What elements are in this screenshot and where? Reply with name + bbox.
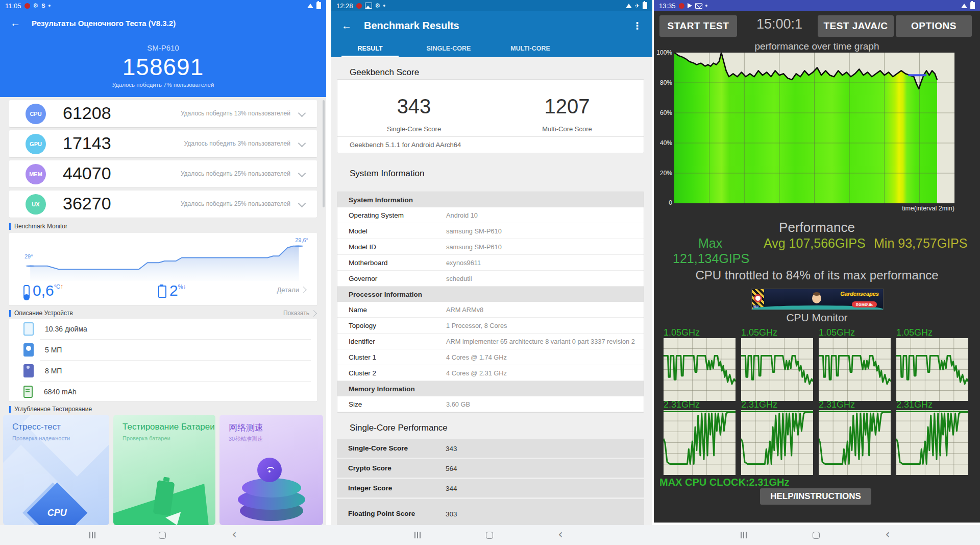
tab-result[interactable]: RESULT (341, 40, 399, 57)
score-row-ux[interactable]: UX 36270 Удалось победить 25% пользовате… (9, 191, 317, 218)
back-button[interactable]: ‹ (877, 525, 898, 545)
max-label: Max (698, 236, 722, 251)
score-row-gpu[interactable]: GPU 17143 Удалось победить 3% пользовате… (9, 130, 317, 157)
list-item[interactable]: 10.36 дюйма (9, 319, 317, 339)
back-button[interactable]: ‹ (224, 525, 244, 545)
send-icon (688, 3, 692, 8)
stress-test-card[interactable]: Стресс-тест Проверка надежности CPU (3, 415, 109, 525)
mail-icon (695, 3, 702, 9)
table-row: Topology1 Processor, 8 Cores (337, 318, 644, 334)
table-row: Crypto Score564 (337, 459, 644, 478)
wifi-icon (307, 4, 313, 8)
x-axis-label: time(interval 2min) (902, 205, 954, 212)
temp-start-label: 29° (24, 253, 33, 259)
performance-graph (674, 53, 954, 203)
arrow-down-icon: ↓ (183, 283, 186, 290)
list-item[interactable]: 8 МП (9, 361, 317, 381)
table-row: Model IDsamsung SM-P610 (337, 239, 644, 255)
chevron-right-icon (310, 310, 317, 317)
back-icon[interactable]: ← (341, 20, 352, 31)
total-score: 158691 (0, 53, 326, 81)
version-line: Geekbench 5.1.1 for Android AArch64 (350, 141, 461, 149)
table-row: IdentifierARM implementer 65 architectur… (337, 334, 644, 349)
app-bar: ← Benchmark Results ⋮ (331, 11, 652, 40)
chevron-down-icon[interactable] (298, 170, 306, 178)
ad-banner[interactable]: 0+ Gardenscapes помочь (751, 289, 884, 310)
clock: 13:35 (659, 2, 676, 10)
home-button[interactable] (806, 525, 826, 545)
device-model: SM-P610 (0, 43, 326, 52)
score-row-mem[interactable]: MEM 44070 Удалось победить 25% пользоват… (9, 160, 317, 187)
temperature-delta: 0,6 °C ↑ (23, 282, 63, 299)
tab-single-core[interactable]: SINGLE-CORE (413, 40, 484, 57)
help-instructions-button[interactable]: HELP/INSTRUCTIONS (760, 488, 871, 505)
recents-button[interactable] (407, 525, 428, 545)
lifebuoy-icon (754, 294, 762, 302)
gear-icon: ⚙ (33, 3, 39, 9)
table-row: NameARM ARMv8 (337, 302, 644, 318)
screenshot-icon (365, 3, 372, 9)
score-row-cpu[interactable]: CPU 61208 Удалось победить 13% пользоват… (9, 100, 317, 127)
home-button[interactable] (152, 525, 173, 545)
max-cpu-clock-text: MAX CPU CLOCK:2.31GHz (659, 477, 789, 488)
chevron-down-icon[interactable] (298, 200, 306, 208)
core-chart (819, 410, 891, 475)
throttle-result-text: CPU throttled to 84% of its max performa… (654, 268, 980, 282)
ux-score: 36270 (63, 194, 111, 214)
list-item[interactable]: 5 МП (9, 340, 317, 360)
network-speed-card[interactable]: 网络测速 30秒精准测速 (219, 415, 323, 525)
y-axis-label: 0 (654, 199, 672, 206)
core-freq-label: 2.31GHz (664, 399, 700, 410)
performance-heading: Performance (654, 220, 980, 235)
graph-title: performance over time graph (654, 41, 980, 52)
details-link[interactable]: Детали (277, 286, 306, 294)
recents-button[interactable] (733, 525, 754, 545)
notification-app-icon (356, 3, 362, 9)
card-title: 网络测速 (229, 422, 263, 434)
temp-end-label: 29,6° (295, 237, 308, 243)
options-button[interactable]: OPTIONS (896, 15, 972, 37)
core-freq-label: 2.31GHz (819, 399, 855, 410)
notification-app-icon (24, 3, 30, 9)
list-item[interactable]: 6840 mAh (9, 382, 317, 402)
chevron-down-icon[interactable] (298, 139, 306, 148)
tab-multi-core[interactable]: MULTI-CORE (498, 40, 563, 57)
gpu-badge: GPU (26, 134, 46, 154)
table-section-header: Processor Information (337, 287, 644, 302)
battery-outline-icon (158, 286, 166, 298)
cpu-score: 61208 (63, 103, 111, 123)
geekbench-score-heading: Geekbench Score (350, 67, 419, 78)
app-s-icon: S (41, 3, 45, 9)
back-icon[interactable]: ← (10, 18, 20, 28)
recents-button[interactable] (82, 525, 103, 545)
overflow-menu-icon[interactable]: ⋮ (632, 20, 642, 32)
section-benchmark-monitor: Benchmark Monitor (9, 223, 67, 230)
single-core-label: Single-Core Score (337, 125, 491, 133)
scrollbar[interactable] (323, 100, 325, 207)
page-title: Результаты Оценочного Теста (V8.3.2) (32, 19, 176, 28)
card-title: Стресс-тест (12, 422, 61, 432)
mem-beat-text: Удалось победить 25% пользователей (181, 170, 290, 177)
battery-test-card[interactable]: Тестирование Батареи Проверка батареи (113, 415, 215, 525)
table-section-header: System Information (337, 192, 644, 207)
core-chart (741, 410, 813, 475)
more-notifications-icon (705, 5, 707, 7)
table-row: Cluster 14 Cores @ 1.74 GHz (337, 349, 644, 365)
multi-core-label: Multi-Core Score (491, 125, 644, 133)
chevron-down-icon[interactable] (298, 109, 306, 117)
show-link[interactable]: Показать (283, 310, 316, 317)
ad-cta-button[interactable]: помочь (852, 301, 877, 307)
battery-delta: 2 % ↓ (158, 282, 186, 299)
table-row: Size3.60 GB (337, 396, 644, 412)
battery-icon (643, 2, 647, 9)
y-axis-label: 20% (654, 170, 672, 177)
throttling-test-panel: 13:35 START TEST 15:00:1 TEST JAVA/C OPT… (654, 0, 980, 523)
score-card: 343 Single-Core Score 1207 Multi-Core Sc… (337, 79, 644, 153)
back-button[interactable]: ‹ (550, 525, 571, 545)
start-test-button[interactable]: START TEST (659, 15, 737, 37)
cpu-monitor-heading: CPU Monitor (654, 312, 980, 324)
test-java-c-button[interactable]: TEST JAVA/C (818, 15, 894, 37)
home-button[interactable] (479, 525, 500, 545)
avg-value: Avg 107,566GIPS (764, 236, 866, 251)
max-value: 121,134GIPS (673, 251, 749, 266)
